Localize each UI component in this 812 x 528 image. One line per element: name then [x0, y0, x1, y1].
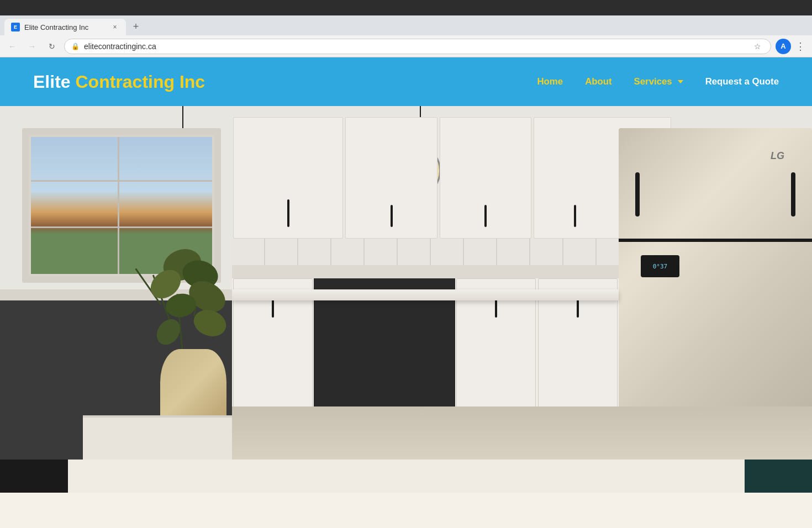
fridge-handle-right	[791, 172, 795, 217]
nav-home[interactable]: Home	[537, 76, 563, 87]
services-dropdown-arrow	[678, 80, 683, 83]
back-button[interactable]: ←	[4, 39, 20, 54]
browser-window: E Elite Contracting Inc × + ← → ↻ 🔒 elit…	[0, 0, 812, 57]
fridge-handle-left	[635, 172, 640, 217]
fridge-display: 0°37	[641, 255, 679, 277]
plant-foliage	[149, 250, 238, 360]
nav-request-quote[interactable]: Request a Quote	[705, 76, 779, 87]
address-bar[interactable]: 🔒 elitecontractinginc.ca ☆	[64, 39, 771, 54]
url-text: elitecontractinginc.ca	[84, 42, 746, 51]
counter-surface	[232, 289, 619, 300]
nav-about[interactable]: About	[585, 76, 611, 87]
browser-tab-active[interactable]: E Elite Contracting Inc ×	[4, 19, 126, 35]
logo-text-yellow: Contracting Inc	[75, 72, 205, 92]
lock-icon: 🔒	[71, 43, 80, 50]
fridge-divider	[619, 239, 812, 242]
site-header: Elite Contracting Inc Home About Service…	[0, 57, 812, 106]
profile-button[interactable]: A	[776, 39, 791, 54]
bottom-right	[745, 460, 813, 493]
nav-services[interactable]: Services	[634, 76, 683, 87]
bottom-left	[0, 460, 68, 493]
cabinet-1	[233, 117, 343, 239]
more-options-button[interactable]: ⋮	[793, 38, 808, 55]
tab-close-button[interactable]: ×	[110, 23, 119, 31]
cabinet-3	[440, 117, 532, 239]
site-logo: Elite Contracting Inc	[33, 72, 205, 92]
hero-section: LG 0°37	[0, 106, 812, 460]
tab-favicon: E	[11, 23, 20, 31]
fridge-brand-logo: LG	[771, 150, 784, 162]
island-counter-foreground	[83, 415, 232, 460]
cabinet-2	[345, 117, 437, 239]
forward-button[interactable]: →	[24, 39, 40, 54]
website-content: Elite Contracting Inc Home About Service…	[0, 57, 812, 493]
browser-tabbar: E Elite Contracting Inc × +	[0, 15, 812, 35]
bookmark-button[interactable]: ☆	[751, 40, 764, 53]
bottom-preview-section	[0, 460, 812, 493]
browser-titlebar	[0, 0, 812, 15]
tab-title: Elite Contracting Inc	[24, 23, 88, 31]
logo-text-white: Elite	[33, 72, 75, 92]
address-bar-actions: ☆	[751, 40, 764, 53]
bottom-center	[68, 460, 745, 493]
browser-action-buttons: A ⋮	[776, 38, 808, 55]
nav-services-label: Services	[634, 76, 672, 87]
hero-image: LG 0°37	[0, 106, 812, 460]
site-nav: Home About Services Request a Quote	[537, 76, 779, 87]
browser-toolbar: ← → ↻ 🔒 elitecontractinginc.ca ☆ A ⋮	[0, 35, 812, 57]
new-tab-button[interactable]: +	[128, 19, 144, 34]
refresh-button[interactable]: ↻	[44, 39, 60, 54]
